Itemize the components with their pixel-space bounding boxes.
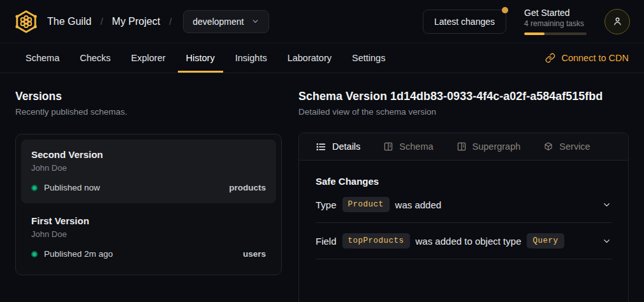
chevron-down-icon (602, 236, 611, 246)
target-selector-value: development (193, 17, 244, 27)
hive-logo-icon[interactable] (14, 9, 38, 34)
versions-column: Versions Recently published schemas. Sec… (15, 73, 282, 302)
list-icon (316, 141, 326, 152)
change-row[interactable]: Type Product was added (316, 187, 611, 223)
columns-icon (383, 141, 393, 152)
change-text: was added (395, 199, 442, 210)
detail-content: Safe Changes Type Product was added Fiel… (299, 176, 628, 259)
tab-insights[interactable]: Insights (225, 43, 277, 73)
change-text: was added to object type (416, 236, 522, 247)
safe-changes-heading: Safe Changes (316, 176, 611, 187)
columns-icon (457, 141, 467, 152)
tab-settings[interactable]: Settings (342, 43, 395, 73)
version-name: First Version (31, 215, 266, 226)
app-header: The Guild / My Project / development Lat… (0, 0, 644, 43)
chevron-down-icon (251, 17, 260, 25)
detail-tab-label: Details (332, 141, 360, 152)
nav-tabs: Schema Checks Explorer History Insights … (15, 43, 395, 73)
code-badge: Query (527, 233, 564, 248)
breadcrumb-separator: / (100, 16, 103, 27)
versions-subtitle: Recently published schemas. (15, 107, 282, 117)
breadcrumb-project[interactable]: My Project (112, 16, 161, 27)
tab-checks[interactable]: Checks (70, 43, 121, 73)
cube-icon (543, 141, 553, 152)
detail-tab-service[interactable]: Service (543, 141, 590, 152)
detail-tab-schema[interactable]: Schema (383, 141, 433, 152)
get-started-subtitle: 4 remaining tasks (524, 19, 587, 28)
tab-schema[interactable]: Schema (15, 43, 70, 73)
version-list-item[interactable]: First Version John Doe Published 2m ago … (21, 206, 276, 270)
published-dot-icon (31, 251, 38, 257)
change-row[interactable]: Field topProducts was added to object ty… (316, 223, 611, 259)
code-badge: topProducts (342, 233, 410, 248)
published-status: Published 2m ago (44, 249, 113, 259)
tab-explorer[interactable]: Explorer (121, 43, 176, 73)
detail-tab-details[interactable]: Details (316, 141, 360, 152)
change-text: Field (316, 236, 337, 247)
connect-to-cdn-link[interactable]: Connect to CDN (545, 43, 629, 73)
header-actions: Latest changes Get Started 4 remaining t… (423, 8, 630, 35)
get-started-progress-fill (524, 32, 545, 35)
detail-tab-label: Supergraph (472, 141, 521, 152)
version-author: John Doe (31, 229, 266, 239)
version-detail-title: Schema Version 1d14db83-0933-4f4c-a02f-a… (298, 90, 629, 103)
version-list-item[interactable]: Second Version John Doe Published now pr… (21, 140, 276, 203)
target-selector[interactable]: development (183, 10, 269, 33)
detail-tab-label: Service (559, 141, 590, 152)
breadcrumb-org[interactable]: The Guild (47, 16, 91, 27)
version-detail-column: Schema Version 1d14db83-0933-4f4c-a02f-a… (298, 73, 629, 302)
version-author: John Doe (31, 163, 266, 173)
versions-list: Second Version John Doe Published now pr… (15, 134, 282, 275)
service-name: users (243, 249, 266, 259)
change-text: Type (316, 199, 337, 210)
link-icon (545, 53, 555, 63)
versions-title: Versions (15, 90, 282, 103)
tab-laboratory[interactable]: Laboratory (277, 43, 342, 73)
main-content: Versions Recently published schemas. Sec… (0, 73, 644, 302)
get-started-progress (524, 32, 587, 35)
breadcrumb-separator: / (169, 16, 172, 27)
person-icon (612, 16, 623, 27)
project-navbar: Schema Checks Explorer History Insights … (0, 43, 644, 73)
tab-history[interactable]: History (176, 43, 225, 73)
service-name: products (229, 183, 266, 192)
version-detail-panel: Details Schema Supergraph (298, 133, 629, 302)
chevron-down-icon (602, 200, 611, 210)
get-started-title: Get Started (524, 8, 587, 18)
published-status: Published now (44, 183, 100, 192)
connect-to-cdn-label: Connect to CDN (561, 53, 629, 63)
user-avatar[interactable] (604, 9, 630, 34)
code-badge: Product (342, 197, 390, 212)
version-name: Second Version (31, 149, 266, 160)
latest-changes-button[interactable]: Latest changes (423, 10, 506, 34)
version-detail-subtitle: Detailed view of the schema version (298, 107, 629, 117)
detail-tab-label: Schema (399, 141, 433, 152)
published-dot-icon (31, 185, 38, 191)
get-started-widget[interactable]: Get Started 4 remaining tasks (524, 8, 587, 35)
detail-tab-supergraph[interactable]: Supergraph (457, 141, 521, 152)
breadcrumb: The Guild / My Project / development (14, 9, 269, 34)
detail-tabs: Details Schema Supergraph (299, 133, 628, 161)
